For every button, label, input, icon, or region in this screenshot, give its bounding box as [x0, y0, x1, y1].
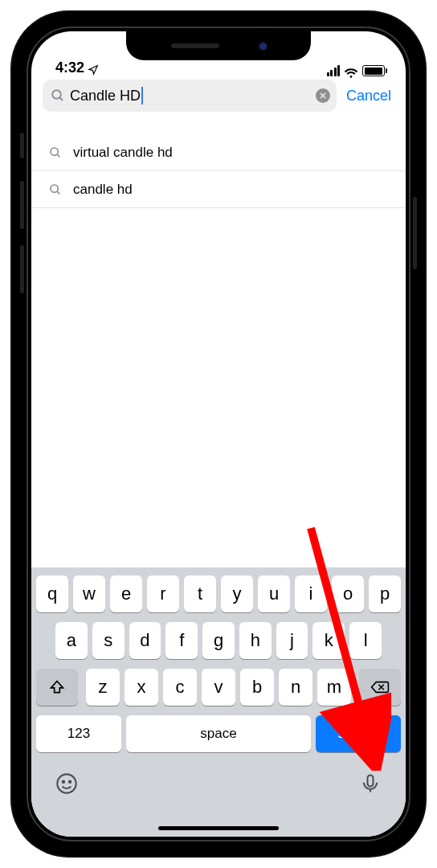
- location-icon: [88, 63, 99, 74]
- svg-point-11: [63, 781, 64, 783]
- shift-key[interactable]: [36, 669, 78, 706]
- svg-line-7: [57, 191, 59, 194]
- home-indicator[interactable]: [158, 826, 279, 830]
- numbers-key[interactable]: 123: [36, 715, 121, 752]
- letter-key-j[interactable]: j: [276, 622, 308, 659]
- letter-key-q[interactable]: q: [36, 575, 68, 612]
- battery-icon: [362, 65, 385, 76]
- letter-key-m[interactable]: m: [317, 669, 351, 706]
- suggestion-item[interactable]: virtual candle hd: [31, 134, 406, 171]
- letter-key-s[interactable]: s: [92, 622, 125, 659]
- letter-key-k[interactable]: k: [312, 622, 345, 659]
- suggestion-item[interactable]: candle hd: [31, 171, 406, 208]
- svg-point-10: [57, 774, 76, 792]
- letter-key-x[interactable]: x: [125, 669, 158, 706]
- text-caret: [141, 87, 143, 104]
- on-screen-keyboard: qwertyuiop asdfghjkl zxcvbnm 123 space s…: [31, 567, 406, 837]
- letter-key-l[interactable]: l: [349, 622, 382, 659]
- space-key[interactable]: space: [126, 715, 311, 752]
- letter-key-n[interactable]: n: [279, 669, 312, 706]
- letter-key-p[interactable]: p: [369, 575, 401, 612]
- search-key[interactable]: search: [316, 715, 401, 752]
- svg-rect-13: [368, 776, 374, 787]
- search-icon: [51, 88, 65, 103]
- emoji-key[interactable]: [55, 772, 78, 798]
- cell-signal-icon: [327, 65, 341, 76]
- search-suggestions: virtual candle hd candle hd: [31, 120, 406, 208]
- dictation-key[interactable]: [359, 772, 382, 798]
- svg-point-12: [69, 781, 71, 783]
- letter-key-i[interactable]: i: [295, 575, 327, 612]
- svg-point-4: [51, 148, 58, 155]
- suggestion-label: virtual candle hd: [73, 145, 173, 161]
- clear-input-button[interactable]: [316, 88, 330, 103]
- letter-key-y[interactable]: y: [221, 575, 253, 612]
- cancel-button[interactable]: Cancel: [343, 88, 394, 104]
- search-icon: [49, 183, 62, 196]
- letter-key-h[interactable]: h: [239, 622, 272, 659]
- search-icon: [49, 146, 62, 159]
- letter-key-w[interactable]: w: [73, 575, 105, 612]
- letter-key-r[interactable]: r: [147, 575, 179, 612]
- svg-point-0: [52, 90, 61, 99]
- letter-key-v[interactable]: v: [202, 669, 235, 706]
- letter-key-z[interactable]: z: [86, 669, 120, 706]
- letter-key-b[interactable]: b: [240, 669, 274, 706]
- letter-key-f[interactable]: f: [165, 622, 198, 659]
- svg-line-5: [57, 154, 59, 157]
- letter-key-g[interactable]: g: [202, 622, 235, 659]
- svg-line-1: [59, 97, 63, 100]
- letter-key-a[interactable]: a: [55, 622, 88, 659]
- search-input-value: Candle HD: [70, 88, 141, 104]
- status-time: 4:32: [55, 59, 84, 76]
- delete-key[interactable]: [359, 669, 401, 706]
- letter-key-d[interactable]: d: [129, 622, 161, 659]
- search-input[interactable]: Candle HD: [43, 80, 337, 112]
- status-bar: 4:32: [31, 31, 406, 80]
- letter-key-t[interactable]: t: [184, 575, 216, 612]
- svg-point-6: [51, 185, 58, 192]
- letter-key-o[interactable]: o: [332, 575, 364, 612]
- wifi-icon: [344, 65, 358, 76]
- letter-key-u[interactable]: u: [258, 575, 290, 612]
- suggestion-label: candle hd: [73, 182, 133, 198]
- letter-key-e[interactable]: e: [110, 575, 142, 612]
- letter-key-c[interactable]: c: [163, 669, 197, 706]
